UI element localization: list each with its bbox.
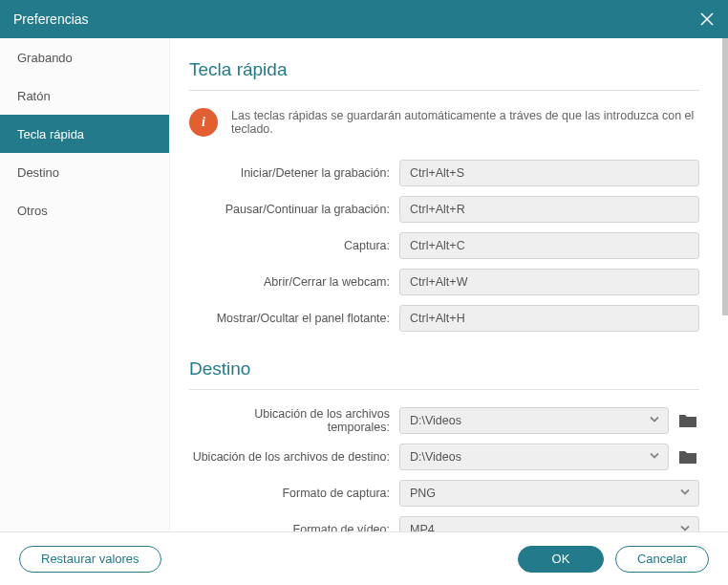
titlebar: Preferencias	[0, 0, 728, 38]
form-row: Formato de captura: PNG	[189, 480, 699, 507]
form-label: Iniciar/Detener la grabación:	[189, 166, 390, 180]
form-label: Ubicación de los archivos temporales:	[189, 407, 390, 434]
window-title: Preferencias	[13, 11, 89, 27]
folder-icon[interactable]	[678, 411, 699, 430]
folder-icon[interactable]	[678, 447, 699, 466]
hotkey-input[interactable]	[399, 269, 699, 295]
close-icon[interactable]	[699, 11, 715, 27]
restore-button[interactable]: Restaurar valores	[19, 546, 161, 573]
dropdown-value: D:\Videos	[399, 444, 669, 470]
form-label: Pausar/Continuar la grabación:	[189, 203, 390, 216]
hotkey-input[interactable]	[399, 160, 699, 186]
form-row: Iniciar/Detener la grabación:	[189, 160, 699, 186]
sidebar-item[interactable]: Ratón	[0, 76, 169, 115]
dropdown-value: D:\Videos	[399, 407, 669, 434]
sidebar-item[interactable]: Destino	[0, 153, 169, 191]
form-row: Mostrar/Ocultar el panel flotante:	[189, 305, 699, 332]
info-text: Las teclas rápidas se guardarán automáti…	[231, 109, 699, 136]
scrollbar[interactable]	[722, 38, 728, 315]
hotkey-input[interactable]	[399, 305, 699, 332]
cancel-button[interactable]: Cancelar	[615, 546, 709, 573]
section-title-dest: Destino	[189, 341, 699, 390]
form-label: Formato de vídeo:	[189, 523, 390, 531]
form-row: Formato de vídeo: MP4	[189, 516, 699, 531]
section-title-hotkey: Tecla rápida	[189, 42, 699, 91]
dropdown[interactable]: PNG	[399, 480, 699, 507]
dropdown-value: MP4	[399, 516, 699, 531]
form-label: Captura:	[189, 239, 390, 252]
sidebar: GrabandoRatónTecla rápidaDestinoOtros	[0, 38, 170, 531]
content-scroll[interactable]: Tecla rápida i Las teclas rápidas se gua…	[170, 38, 728, 531]
form-row: Abrir/Cerrar la webcam:	[189, 269, 699, 295]
form-row: Ubicación de los archivos temporales: D:…	[189, 407, 699, 434]
footer: Restaurar valores OK Cancelar	[0, 531, 728, 585]
form-row: Pausar/Continuar la grabación:	[189, 196, 699, 223]
info-row: i Las teclas rápidas se guardarán automá…	[189, 108, 699, 137]
sidebar-item[interactable]: Tecla rápida	[0, 115, 169, 153]
dropdown[interactable]: D:\Videos	[399, 407, 669, 434]
form-label: Abrir/Cerrar la webcam:	[189, 275, 390, 289]
form-row: Ubicación de los archivos de destino: D:…	[189, 444, 699, 470]
ok-button[interactable]: OK	[518, 546, 604, 573]
dropdown-value: PNG	[399, 480, 699, 507]
form-label: Formato de captura:	[189, 487, 390, 500]
dropdown[interactable]: MP4	[399, 516, 699, 531]
dropdown[interactable]: D:\Videos	[399, 444, 669, 470]
info-icon: i	[189, 108, 218, 137]
sidebar-item[interactable]: Otros	[0, 191, 169, 229]
sidebar-item[interactable]: Grabando	[0, 38, 169, 76]
form-label: Ubicación de los archivos de destino:	[189, 450, 390, 464]
form-label: Mostrar/Ocultar el panel flotante:	[189, 312, 390, 325]
hotkey-input[interactable]	[399, 232, 699, 259]
body: GrabandoRatónTecla rápidaDestinoOtros Te…	[0, 38, 728, 531]
form-row: Captura:	[189, 232, 699, 259]
hotkey-input[interactable]	[399, 196, 699, 223]
